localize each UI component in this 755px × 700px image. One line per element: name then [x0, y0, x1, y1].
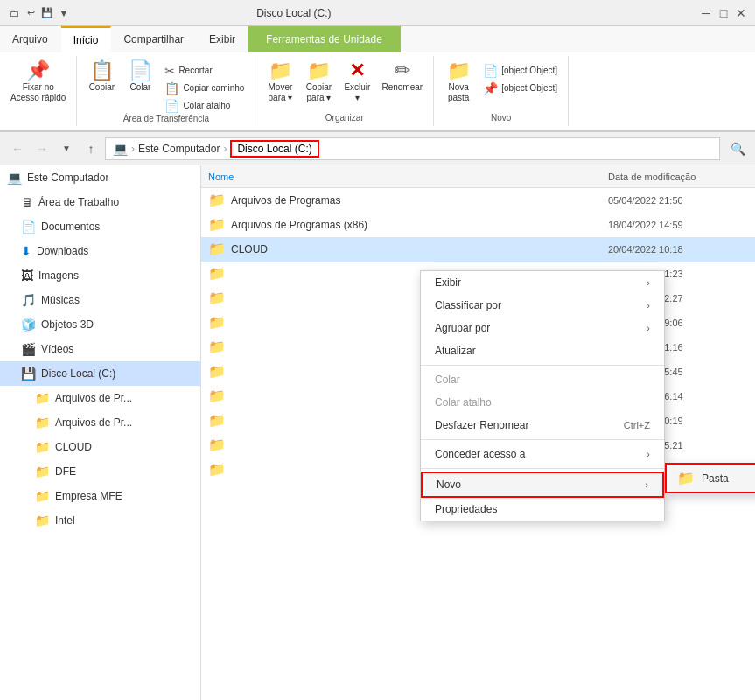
path-segment-computador[interactable]: Este Computador	[138, 143, 220, 155]
sidebar-item-arq-programas-x86[interactable]: 📁 Arquivos de Pr...	[0, 410, 200, 435]
submenu-item-pasta[interactable]: 📁 Pasta	[667, 465, 755, 492]
ribbon: Arquivo Início Compartilhar Exibir Ferra…	[0, 26, 755, 132]
pasta-label: Pasta	[702, 472, 729, 485]
desfazer-shortcut: Ctrl+Z	[624, 420, 650, 430]
mover-btn[interactable]: 📁 Moverpara ▾	[262, 60, 297, 105]
main-layout: 💻 Este Computador 🖥 Área de Trabalho 📄 D…	[0, 165, 755, 700]
window-title: Disco Local (C:)	[256, 7, 331, 19]
sidebar-item-documentos[interactable]: 📄 Documentos	[0, 214, 200, 239]
drive-icon: 💾	[21, 367, 36, 381]
sidebar-item-musicas[interactable]: 🎵 Músicas	[0, 288, 200, 312]
window-icon: 🗀	[7, 6, 21, 20]
copiar-btn[interactable]: 📋 Copiar	[84, 60, 119, 94]
dropdown-icon[interactable]: ▼	[57, 6, 71, 20]
colar-btn[interactable]: 📄 Colar	[122, 60, 157, 94]
sidebar-item-downloads[interactable]: ⬇ Downloads	[0, 239, 200, 263]
folder-icon-6: 📁	[35, 514, 50, 528]
tab-arquivo[interactable]: Arquivo	[0, 26, 61, 52]
recortar-btn[interactable]: ✂ Recortar	[161, 63, 248, 79]
documents-icon: 📄	[21, 220, 36, 234]
address-path[interactable]: 💻 › Este Computador › Disco Local (C:)	[105, 137, 720, 160]
sidebar-item-arq-programas[interactable]: 📁 Arquivos de Pr...	[0, 386, 200, 410]
fixar-btn[interactable]: 📌 Fixar noAcesso rápido	[7, 60, 69, 105]
folder-icon-yellow: 📁	[677, 470, 695, 486]
minimize-button[interactable]: ─	[699, 6, 713, 20]
context-item-atualizar[interactable]: Atualizar	[421, 340, 664, 362]
sidebar-item-cloud[interactable]: 📁 CLOUD	[0, 435, 200, 459]
context-item-colar[interactable]: Colar	[421, 368, 664, 391]
context-item-classificar[interactable]: Classificar por ›	[421, 294, 664, 317]
close-button[interactable]: ✕	[734, 6, 748, 20]
copiar-label: Copiar	[89, 82, 115, 93]
sidebar-item-intel[interactable]: 📁 Intel	[0, 508, 200, 533]
address-bar: ← → ▼ ↑ 💻 › Este Computador › Disco Loca…	[0, 132, 755, 165]
context-menu: Exibir › Classificar por › Agrupar por ›	[420, 270, 665, 522]
undo-icon[interactable]: ↩	[24, 6, 38, 20]
sidebar-label-musicas: Músicas	[41, 294, 80, 306]
new-folder-icon: 📁	[447, 61, 471, 80]
copiar-caminho-btn[interactable]: 📋 Copiar caminho	[161, 80, 248, 96]
ribbon-group-novo: 📁 Novapasta 📄 [object Object] 📌 [object …	[434, 56, 569, 126]
sidebar-label-cloud: CLOUD	[55, 441, 92, 453]
arrow-icon: ›	[647, 323, 650, 333]
context-item-desfazer[interactable]: Desfazer Renomear Ctrl+Z	[421, 414, 664, 437]
sidebar-item-disco-local[interactable]: 💾 Disco Local (C:)	[0, 361, 200, 386]
music-icon: 🎵	[21, 293, 36, 307]
dropdown-arrow[interactable]: ▼	[56, 138, 77, 159]
propriedades-label: Propriedades	[435, 503, 497, 515]
tab-ferramentas[interactable]: Ferramentas de Unidade	[248, 26, 401, 52]
context-item-propriedades[interactable]: Propriedades	[421, 498, 664, 521]
sidebar-label-area-trabalho: Área de Trabalho	[38, 196, 119, 208]
ribbon-group-area-transferencia: 📋 Copiar 📄 Colar ✂ Recortar 📋 Copiar cam…	[77, 56, 255, 126]
back-button[interactable]: ←	[7, 138, 28, 159]
copiar-para-btn[interactable]: 📁 Copiarpara ▾	[301, 60, 336, 105]
sidebar-item-area-trabalho[interactable]: 🖥 Área de Trabalho	[0, 190, 200, 214]
sidebar-item-este-computador[interactable]: 💻 Este Computador	[0, 165, 200, 190]
tab-inicio[interactable]: Início	[61, 26, 112, 52]
context-item-conceder[interactable]: Conceder acesso a ›	[421, 443, 664, 466]
copiar-caminho-label: Copiar caminho	[183, 83, 244, 94]
up-button[interactable]: ↑	[80, 138, 101, 159]
quick-access-icon: 📌	[483, 82, 498, 94]
search-icon[interactable]: 🔍	[727, 138, 748, 159]
excluir-btn[interactable]: ✕ Excluir▾	[339, 60, 374, 105]
colar-label: Colar	[129, 82, 150, 93]
facil-acesso-btn[interactable]: 📌 [object Object]	[479, 80, 561, 96]
sidebar-label-documentos: Documentos	[41, 220, 100, 233]
nova-pasta-btn[interactable]: 📁 Novapasta	[441, 60, 476, 105]
rename-icon: ✏	[395, 61, 410, 80]
folder-icon-4: 📁	[35, 465, 50, 479]
colar-atalho-btn[interactable]: 📄 Colar atalho	[161, 98, 248, 114]
sidebar-label-imagens: Imagens	[38, 270, 79, 282]
arrow-icon: ›	[647, 300, 650, 311]
video-icon: 🎬	[21, 342, 36, 356]
sidebar-item-dfe[interactable]: 📁 DFE	[0, 459, 200, 484]
context-item-agrupar[interactable]: Agrupar por ›	[421, 317, 664, 340]
context-item-colar-atalho[interactable]: Colar atalho	[421, 391, 664, 414]
path-segment-disco[interactable]: Disco Local (C:)	[230, 140, 318, 158]
folder-icon-5: 📁	[35, 489, 50, 503]
organizar-label: Organizar	[325, 113, 364, 126]
arrow-icon: ›	[647, 277, 650, 288]
tab-compartilhar[interactable]: Compartilhar	[111, 26, 197, 52]
sidebar-item-empresa-mfe[interactable]: 📁 Empresa MFE	[0, 484, 200, 508]
novo-item-label: [object Object]	[501, 66, 557, 76]
forward-button[interactable]: →	[31, 138, 52, 159]
folder-icon-2: 📁	[35, 416, 50, 430]
sidebar-item-imagens[interactable]: 🖼 Imagens	[0, 263, 200, 288]
novo-item-btn[interactable]: 📄 [object Object]	[479, 63, 561, 79]
sidebar-item-videos[interactable]: 🎬 Vídeos	[0, 337, 200, 361]
desktop-icon: 🖥	[21, 195, 33, 209]
save-icon[interactable]: 💾	[40, 6, 54, 20]
context-item-novo[interactable]: Novo ›	[421, 472, 664, 498]
sidebar-item-objetos-3d[interactable]: 🧊 Objetos 3D	[0, 312, 200, 337]
cut-icon: ✂	[164, 65, 175, 77]
atualizar-label: Atualizar	[435, 345, 476, 357]
renomear-btn[interactable]: ✏ Renomear	[378, 60, 426, 94]
tab-exibir[interactable]: Exibir	[197, 26, 248, 52]
path-icon: 💻	[113, 142, 128, 156]
maximize-button[interactable]: □	[717, 6, 731, 20]
context-item-exibir[interactable]: Exibir ›	[421, 271, 664, 294]
title-bar-icons: 🗀 ↩ 💾 ▼	[7, 6, 71, 20]
ribbon-content: 📌 Fixar noAcesso rápido 📋 Copiar 📄 Colar	[0, 52, 755, 131]
